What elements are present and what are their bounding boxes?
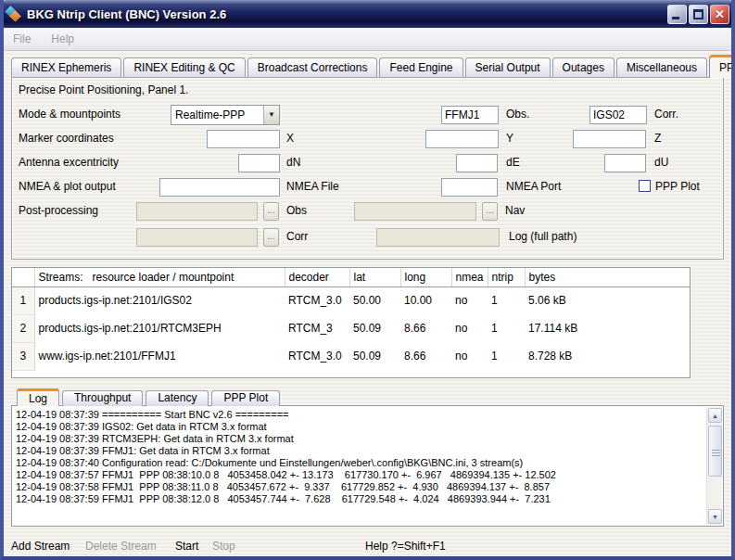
ppp-panel — [11, 77, 724, 260]
col-header-lat[interactable]: lat — [349, 268, 400, 286]
delete-stream-button[interactable]: Delete Stream — [85, 540, 157, 553]
cell-bytes: 8.728 kB — [525, 342, 691, 370]
col-header-mountpoint[interactable]: Streams: resource loader / mountpoint — [34, 268, 285, 286]
log-line: 12-04-19 08:37:39 IGS02: Get data in RTC… — [16, 421, 703, 433]
tab-ppp-plot[interactable]: PPP Plot — [211, 390, 280, 406]
close-icon: ✕ — [711, 6, 729, 23]
bnc-app-icon — [6, 6, 22, 21]
tab-log[interactable]: Log — [17, 388, 59, 406]
col-header-decoder[interactable]: decoder — [285, 268, 349, 286]
tab-rinex-ephemeris[interactable]: RINEX Ephemeris — [11, 57, 121, 78]
log-scrollbar[interactable]: ▲ ▼ — [706, 407, 722, 525]
cell-lat: 50.09 — [349, 314, 400, 342]
col-header-bytes[interactable]: bytes — [525, 268, 691, 286]
cell-decoder: RTCM_3.0 — [285, 286, 349, 314]
row-number: 2 — [12, 314, 34, 342]
cell-lat: 50.09 — [349, 342, 400, 370]
cell-mountpoint: www.igs-ip.net:2101/FFMJ1 — [34, 342, 285, 370]
scrollbar-thumb[interactable] — [708, 426, 722, 477]
cell-nmea: no — [451, 314, 488, 342]
cell-long: 10.00 — [400, 286, 451, 314]
cell-decoder: RTCM_3 — [285, 314, 349, 342]
col-header-nmea[interactable]: nmea — [451, 268, 488, 286]
cell-ntrip: 1 — [488, 286, 525, 314]
tab-outages[interactable]: Outages — [552, 57, 615, 78]
log-panel: 12-04-19 08:37:39 ========== Start BNC v… — [11, 405, 724, 527]
tab-ppp-1[interactable]: PPP (1) — [709, 55, 735, 78]
table-row[interactable]: 3 www.igs-ip.net:2101/FFMJ1 RTCM_3.0 50.… — [12, 342, 691, 370]
titlebar[interactable]: BKG Ntrip Client (BNC) Version 2.6 ✕ — [0, 0, 735, 28]
cell-long: 8.66 — [400, 314, 451, 342]
log-line: 12-04-19 08:37:59 FFMJ1 PPP 08:38:12.0 8… — [16, 493, 703, 505]
minimize-button[interactable] — [667, 5, 687, 24]
log-line: 12-04-19 08:37:39 ========== Start BNC v… — [16, 409, 703, 421]
log-line: 12-04-19 08:37:57 FFMJ1 PPP 08:38:10.0 8… — [16, 469, 703, 481]
cell-mountpoint: products.igs-ip.net:2101/IGS02 — [34, 286, 285, 314]
cell-long: 8.66 — [400, 342, 451, 370]
main-tab-bar: RINEX Ephemeris RINEX Editing & QC Broad… — [11, 55, 724, 78]
log-line: 12-04-19 08:37:39 FFMJ1: Get data in RTC… — [16, 445, 703, 457]
cell-mountpoint: products.igs-ip.net:2101/RTCM3EPH — [34, 314, 285, 342]
log-line: 12-04-19 08:37:40 Configuration read: C:… — [16, 457, 703, 469]
menu-help[interactable]: Help — [51, 32, 74, 45]
scroll-up-icon[interactable]: ▲ — [708, 408, 722, 423]
tab-throughput[interactable]: Throughput — [62, 390, 143, 406]
help-button[interactable]: Help ?=Shift+F1 — [365, 540, 446, 553]
log-output[interactable]: 12-04-19 08:37:39 ========== Start BNC v… — [16, 409, 703, 524]
minimize-icon — [672, 17, 679, 19]
table-row[interactable]: 1 products.igs-ip.net:2101/IGS02 RTCM_3.… — [12, 286, 691, 314]
log-line: 12-04-19 08:37:58 FFMJ1 PPP 08:38:11.0 8… — [16, 481, 703, 493]
row-number: 1 — [12, 286, 34, 314]
cell-bytes: 17.114 kB — [525, 314, 691, 342]
tab-latency[interactable]: Latency — [146, 390, 209, 406]
col-header-long[interactable]: long — [400, 268, 451, 286]
tab-miscellaneous[interactable]: Miscellaneous — [616, 57, 707, 78]
maximize-button[interactable] — [689, 5, 708, 24]
start-button[interactable]: Start — [175, 540, 198, 553]
tab-rinex-editing-qc[interactable]: RINEX Editing & QC — [123, 57, 245, 78]
bnc-window: BKG Ntrip Client (BNC) Version 2.6 ✕ Fil… — [0, 0, 735, 560]
cell-nmea: no — [451, 342, 488, 370]
menubar: File Help — [4, 28, 731, 51]
row-number: 3 — [12, 342, 34, 370]
streams-table: Streams: resource loader / mountpoint de… — [11, 267, 691, 378]
log-line: 12-04-19 08:37:39 RTCM3EPH: Get data in … — [16, 433, 703, 445]
cell-decoder: RTCM_3.0 — [285, 342, 349, 370]
streams-header-row: Streams: resource loader / mountpoint de… — [12, 268, 691, 286]
stop-button[interactable]: Stop — [212, 540, 235, 553]
log-tab-bar: Log Throughput Latency PPP Plot — [17, 388, 283, 406]
tab-feed-engine[interactable]: Feed Engine — [379, 57, 463, 78]
cell-ntrip: 1 — [488, 342, 525, 370]
cell-bytes: 5.06 kB — [525, 286, 691, 314]
tab-broadcast-corrections[interactable]: Broadcast Corrections — [247, 57, 378, 78]
cell-ntrip: 1 — [488, 314, 525, 342]
cell-nmea: no — [451, 286, 488, 314]
menu-file[interactable]: File — [13, 32, 31, 45]
scroll-down-icon[interactable]: ▼ — [708, 509, 722, 524]
client-area: RINEX Ephemeris RINEX Editing & QC Broad… — [4, 51, 731, 556]
col-header-ntrip[interactable]: ntrip — [488, 268, 525, 286]
close-button[interactable]: ✕ — [710, 5, 729, 24]
add-stream-button[interactable]: Add Stream — [11, 540, 70, 553]
cell-lat: 50.00 — [349, 286, 400, 314]
window-title: BKG Ntrip Client (BNC) Version 2.6 — [27, 7, 667, 21]
table-row[interactable]: 2 products.igs-ip.net:2101/RTCM3EPH RTCM… — [12, 314, 691, 342]
tab-serial-output[interactable]: Serial Output — [465, 57, 551, 78]
corner-header-cell — [12, 268, 34, 286]
maximize-icon — [693, 9, 703, 19]
